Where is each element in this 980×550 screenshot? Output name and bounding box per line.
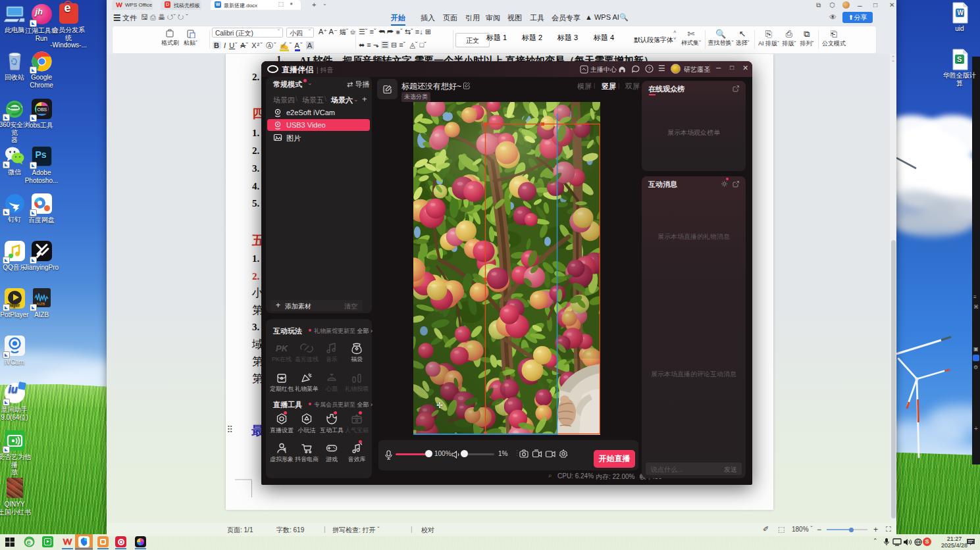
svg-text:?: ? [648,66,651,72]
svg-text:PK: PK [276,343,288,353]
svg-text:W: W [957,9,964,16]
svg-text:e: e [27,538,31,546]
svg-text:AIZB: AIZB [36,302,45,306]
svg-text:S: S [957,55,962,63]
